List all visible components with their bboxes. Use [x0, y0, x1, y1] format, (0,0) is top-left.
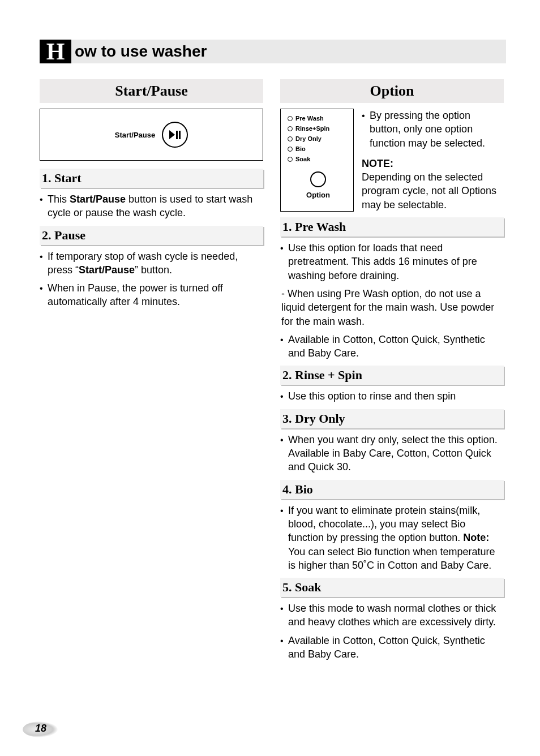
start-pause-diagram: Start/Pause	[40, 109, 263, 161]
start-pause-label: Start/Pause	[115, 131, 156, 139]
prewash-b2: •Available in Cotton, Cotton Quick, Synt…	[280, 333, 504, 360]
bio-b1: • If you want to eliminate protein stain…	[280, 504, 504, 572]
option-note: NOTE: Depending on the selected program …	[362, 157, 504, 212]
prewash-b1: •Use this option for loads that need pre…	[280, 241, 504, 282]
option-led-soak: Soak	[288, 156, 349, 162]
page-number: 18	[35, 723, 46, 734]
rinsespin-b1: •Use this option to rinse and then spin	[280, 389, 504, 403]
option-intro-bullet: • By pressing the option button, only on…	[362, 109, 504, 150]
pause-bars-icon	[176, 131, 181, 139]
text: You can select Bio function when tempera…	[288, 546, 495, 571]
subhead-rinsespin: 2. Rinse + Spin	[280, 366, 504, 385]
pause-bullet-1: • If temporary stop of wash cycle is nee…	[40, 250, 263, 277]
option-led-dryonly: Dry Only	[288, 135, 349, 142]
text-bold: Note:	[463, 532, 489, 543]
soak-b1: •Use this mode to wash normal clothes or…	[280, 602, 504, 629]
text: By pressing the option button, only one …	[370, 109, 504, 150]
option-led-prewash: Pre Wash	[288, 115, 349, 122]
option-diagram: Pre Wash Rinse+Spin Dry Only Bio Soak Op…	[280, 109, 354, 212]
subhead-soak: 5. Soak	[280, 578, 504, 597]
option-button-label: Option	[288, 191, 349, 199]
option-led-bio: Bio	[288, 145, 349, 152]
subhead-start: 1. Start	[40, 169, 263, 188]
text: This	[48, 194, 70, 205]
note-label: NOTE:	[362, 158, 393, 169]
text: If you want to eliminate protein stains(…	[288, 505, 480, 544]
subhead-dryonly: 3. Dry Only	[280, 409, 504, 428]
option-button-icon	[310, 171, 326, 187]
left-column: Start/Pause Start/Pause 1. Start • This …	[40, 79, 263, 665]
note-text: Depending on the selected program cycle,…	[362, 171, 496, 211]
text-bold: Start/Pause	[70, 194, 126, 205]
soak-b2: •Available in Cotton, Cotton Quick, Synt…	[280, 634, 504, 662]
play-pause-icon	[162, 122, 188, 148]
prewash-dash: - When using Pre Wash option, do not use…	[280, 287, 504, 328]
text-bold: Start/Pause	[79, 264, 135, 276]
pause-bullet-2: • When in Pause, the power is turned off…	[40, 281, 263, 309]
text: When in Pause, the power is turned off a…	[48, 281, 263, 309]
page-title: H ow to use washer	[40, 40, 506, 63]
section-title-option: Option	[280, 79, 504, 103]
dryonly-b1: •When you want dry only, select the this…	[280, 433, 504, 474]
play-triangle-icon	[169, 130, 175, 139]
option-led-rinsespin: Rinse+Spin	[288, 125, 349, 132]
section-title-start-pause: Start/Pause	[40, 79, 263, 103]
subhead-bio: 4. Bio	[280, 480, 504, 499]
subhead-pause: 2. Pause	[40, 226, 263, 245]
title-initial: H	[40, 40, 71, 63]
subhead-prewash: 1. Pre Wash	[280, 217, 504, 237]
right-column: Option Pre Wash Rinse+Spin Dry Only Bio …	[280, 79, 504, 665]
text: ” button.	[135, 264, 172, 276]
start-bullet-1: • This Start/Pause button is used to sta…	[40, 192, 263, 220]
title-rest: ow to use washer	[71, 40, 506, 63]
